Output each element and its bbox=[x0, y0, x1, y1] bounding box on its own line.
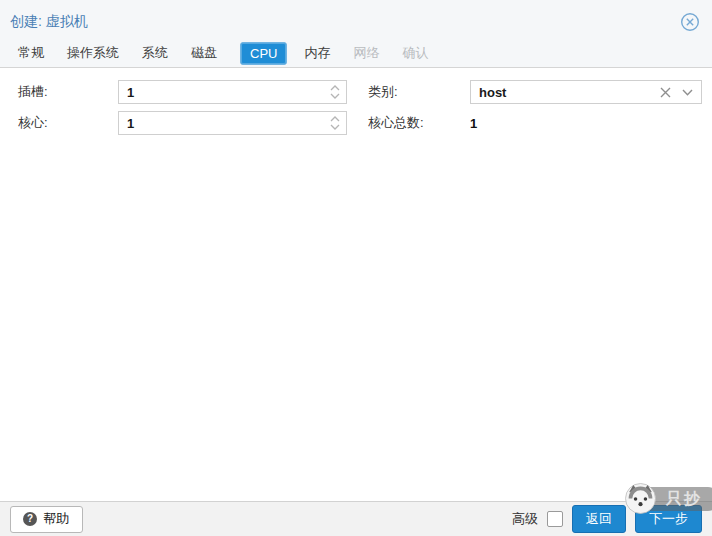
tab-memory[interactable]: 内存 bbox=[304, 40, 330, 66]
advanced-checkbox[interactable] bbox=[547, 511, 563, 527]
sockets-input[interactable] bbox=[118, 80, 347, 104]
tab-disks[interactable]: 磁盘 bbox=[191, 40, 217, 66]
question-circle-icon: ? bbox=[23, 512, 37, 526]
watermark-text: 只抄 bbox=[666, 489, 702, 510]
husky-face-icon bbox=[625, 483, 656, 514]
tab-os[interactable]: 操作系统 bbox=[67, 40, 119, 66]
dialog-header: 创建: 虚拟机 常规 操作系统 系统 磁盘 CPU 内存 网络 确认 bbox=[0, 0, 712, 68]
chevron-down-icon[interactable] bbox=[682, 89, 693, 96]
create-vm-dialog: 创建: 虚拟机 常规 操作系统 系统 磁盘 CPU 内存 网络 确认 插槽: bbox=[0, 0, 712, 536]
wizard-tabs: 常规 操作系统 系统 磁盘 CPU 内存 网络 确认 bbox=[0, 36, 712, 66]
watermark-badge: 只抄 bbox=[630, 487, 712, 511]
chevron-down-icon bbox=[330, 93, 340, 99]
cores-stepper bbox=[118, 111, 347, 135]
tab-system[interactable]: 系统 bbox=[142, 40, 168, 66]
tab-confirm: 确认 bbox=[402, 40, 428, 66]
cpu-form: 插槽: 类别: bbox=[0, 68, 712, 135]
help-button[interactable]: ? 帮助 bbox=[10, 506, 83, 533]
tab-general[interactable]: 常规 bbox=[18, 40, 44, 66]
chevron-down-icon bbox=[330, 124, 340, 130]
chevron-up-icon bbox=[330, 85, 340, 91]
total-cores-value: 1 bbox=[470, 116, 477, 131]
back-button[interactable]: 返回 bbox=[572, 505, 626, 533]
tab-network: 网络 bbox=[353, 40, 379, 66]
sockets-stepper bbox=[118, 80, 347, 104]
help-button-label: 帮助 bbox=[43, 510, 70, 528]
sockets-label: 插槽: bbox=[18, 83, 118, 101]
type-combobox bbox=[470, 80, 702, 104]
sockets-spinner-icons[interactable] bbox=[330, 85, 340, 99]
cores-label: 核心: bbox=[18, 114, 118, 132]
form-row-2: 核心: 核心总数: 1 bbox=[0, 111, 712, 135]
cores-input[interactable] bbox=[118, 111, 347, 135]
chevron-up-icon bbox=[330, 116, 340, 122]
advanced-label: 高级 bbox=[512, 510, 538, 528]
total-cores-label: 核心总数: bbox=[368, 114, 470, 132]
cores-spinner-icons[interactable] bbox=[330, 116, 340, 130]
close-icon[interactable] bbox=[680, 12, 700, 32]
dialog-title: 创建: 虚拟机 bbox=[10, 13, 88, 31]
form-row-1: 插槽: 类别: bbox=[0, 80, 712, 104]
type-label: 类别: bbox=[368, 83, 470, 101]
clear-icon[interactable] bbox=[660, 87, 671, 98]
tab-cpu[interactable]: CPU bbox=[240, 42, 287, 65]
dialog-footer: ? 帮助 高级 返回 下一步 bbox=[0, 501, 712, 536]
